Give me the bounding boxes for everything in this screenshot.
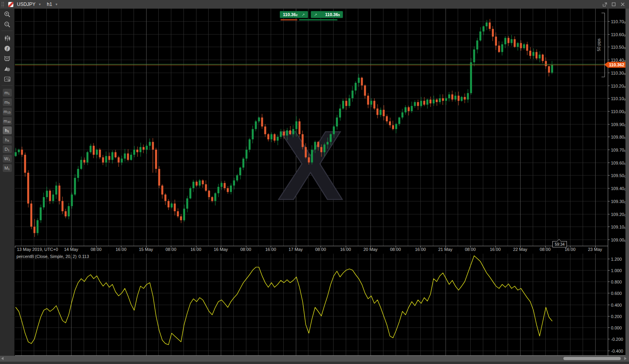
svg-text:110.000: 110.000 (611, 109, 626, 114)
svg-text:15 May: 15 May (139, 247, 153, 252)
svg-text:16 May: 16 May (214, 247, 228, 252)
indicator-label[interactable]: percentB (Close, Simple, 20, 2) 0.113 (17, 254, 89, 259)
chart-window: X110.700110.600110.500110.400110.300110.… (0, 0, 629, 364)
svg-text:0.600: 0.600 (611, 291, 622, 296)
sell-button[interactable]: 110.362 ↗ (280, 11, 308, 18)
cbots-icon[interactable] (2, 54, 12, 63)
svg-text:08:00: 08:00 (465, 247, 476, 252)
svg-text:23 May: 23 May (588, 247, 602, 252)
svg-text:08:00: 08:00 (390, 247, 401, 252)
zoom-in-icon[interactable] (2, 9, 12, 19)
svg-text:110.200: 110.200 (611, 84, 626, 89)
svg-text:16:00: 16:00 (565, 247, 576, 252)
svg-text:110.300: 110.300 (611, 71, 626, 76)
svg-text:109.100: 109.100 (611, 225, 626, 230)
symbol-name[interactable]: USDJPY (17, 2, 35, 7)
svg-text:109.800: 109.800 (611, 135, 626, 140)
price-chart[interactable]: X110.700110.600110.500110.400110.300110.… (0, 0, 629, 364)
timeframe-label[interactable]: h1 (47, 2, 52, 7)
svg-text:109.200: 109.200 (611, 212, 626, 217)
svg-text:110.362: 110.362 (609, 62, 624, 67)
svg-text:08:00: 08:00 (240, 247, 251, 252)
svg-text:109.600: 109.600 (611, 161, 626, 166)
svg-text:17 May: 17 May (288, 247, 303, 252)
svg-text:110.100: 110.100 (611, 96, 626, 101)
timeframe-button-h1[interactable]: h1 (3, 126, 12, 134)
svg-text:22 May: 22 May (513, 247, 528, 252)
timeframe-button-D1[interactable]: D1 (3, 145, 12, 153)
symbol-logo-icon (8, 2, 13, 7)
svg-text:109.900: 109.900 (611, 122, 626, 127)
percentb-line (16, 256, 552, 345)
bottom-strip (0, 362, 629, 364)
svg-text:20 May: 20 May (363, 247, 378, 252)
maximize-icon[interactable] (611, 2, 616, 7)
horizontal-scrollbar[interactable] (0, 356, 629, 362)
svg-text:109.700: 109.700 (611, 148, 626, 153)
svg-text:16:00: 16:00 (415, 247, 426, 252)
drawing-shapes-icon[interactable] (2, 64, 12, 73)
timeframe-button-m5[interactable]: m5 (3, 98, 12, 106)
buy-button[interactable]: ↗ 110.365 (311, 11, 343, 18)
right-edge-strip (625, 9, 629, 356)
scroll-left-icon[interactable] (1, 357, 4, 360)
chart-type-candles-icon[interactable] (2, 33, 12, 43)
symbol-dropdown-icon[interactable]: ▼ (38, 3, 41, 6)
svg-text:1.200: 1.200 (611, 257, 622, 262)
timeframe-button-m1[interactable]: m1 (3, 89, 12, 97)
timeframe-button-M1[interactable]: M1 (3, 164, 12, 172)
svg-text:0.000: 0.000 (611, 326, 622, 330)
svg-text:08:00: 08:00 (540, 247, 551, 252)
sell-arrow-icon: ↗ (302, 13, 305, 17)
scroll-right-icon[interactable] (624, 357, 627, 360)
svg-text:59:34: 59:34 (555, 242, 565, 247)
svg-text:16:00: 16:00 (265, 247, 276, 252)
sentiment-bar (281, 19, 343, 20)
svg-text:109.400: 109.400 (611, 186, 626, 191)
popout-icon[interactable] (602, 2, 607, 7)
timeframe-button-h4[interactable]: h4 (3, 136, 12, 144)
svg-text:0.800: 0.800 (611, 280, 622, 284)
svg-text:08:00: 08:00 (315, 247, 326, 252)
svg-text:16:00: 16:00 (340, 247, 351, 252)
svg-text:1.000: 1.000 (611, 268, 622, 273)
range-bracket (601, 13, 605, 77)
svg-text:08:00: 08:00 (165, 247, 176, 252)
close-icon[interactable] (620, 2, 625, 7)
svg-text:16:00: 16:00 (116, 247, 127, 252)
time-axis-note: 13 May 2019, UTC+0 (17, 247, 58, 252)
sentiment-buy-segment (299, 19, 337, 20)
svg-text:110.500: 110.500 (611, 45, 626, 50)
timeframe-button-W1[interactable]: W1 (3, 155, 12, 163)
buy-arrow-icon: ↗ (314, 13, 317, 17)
titlebar: USDJPY ▼ h1 ▼ (0, 0, 629, 9)
timeframe-button-m30[interactable]: m30 (3, 117, 12, 125)
drag-handle-icon[interactable] (1, 2, 5, 7)
svg-text:110.600: 110.600 (611, 32, 626, 37)
scrollbar-thumb[interactable] (563, 357, 621, 360)
range-bracket-label: 50 pips (597, 38, 601, 51)
sentiment-sell-segment (281, 19, 297, 20)
chart-settings-icon[interactable] (2, 74, 12, 84)
svg-text:0.400: 0.400 (611, 303, 622, 307)
svg-text:-0.200: -0.200 (611, 337, 623, 342)
timeframe-list: m1m5m15m30h1h4D1W1M1 (3, 87, 12, 172)
svg-text:109.300: 109.300 (611, 199, 626, 204)
quick-trade-widget: 110.362 ↗ ↗ 110.365 (280, 11, 343, 20)
svg-text:0.200: 0.200 (611, 314, 622, 319)
svg-text:109.500: 109.500 (611, 173, 626, 178)
timeframe-button-m15[interactable]: m15 (3, 108, 12, 115)
timeframe-dropdown-icon[interactable]: ▼ (55, 3, 58, 6)
left-toolbar: f m1m5m15m30h1h4D1W1M1 (0, 9, 15, 356)
zoom-out-icon[interactable] (2, 20, 12, 29)
svg-text:-0.400: -0.400 (611, 349, 623, 353)
svg-text:21 May: 21 May (438, 247, 453, 252)
svg-text:109.000: 109.000 (611, 238, 626, 243)
svg-text:14 May: 14 May (64, 247, 79, 252)
svg-text:16:00: 16:00 (490, 247, 501, 252)
svg-text:08:00: 08:00 (91, 247, 102, 252)
indicators-icon[interactable]: f (2, 44, 12, 53)
svg-text:110.700: 110.700 (611, 19, 626, 24)
svg-text:16:00: 16:00 (191, 247, 202, 252)
